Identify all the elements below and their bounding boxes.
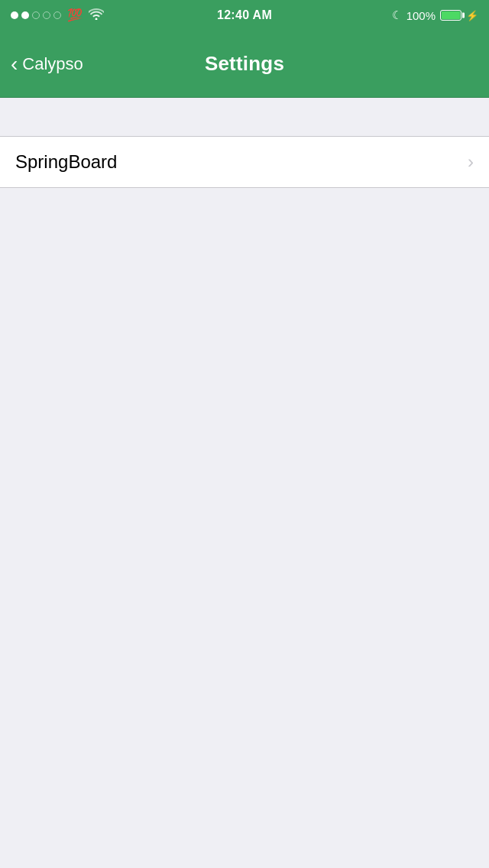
battery-indicator [440, 10, 461, 21]
status-time: 12:40 AM [217, 8, 272, 22]
status-right: ☾ 100% ⚡ [392, 8, 478, 22]
signal-dot-5 [53, 11, 61, 19]
settings-table: SpringBoard › [0, 136, 489, 188]
back-label: Calypso [22, 54, 83, 74]
signal-dots [11, 11, 61, 19]
signal-dot-4 [43, 11, 50, 19]
battery-body [440, 10, 461, 21]
signal-dot-1 [11, 11, 18, 19]
emoji-100-icon: 💯 [67, 9, 83, 21]
section-spacer [0, 98, 489, 136]
content-area: SpringBoard › [0, 98, 489, 799]
nav-title: Settings [205, 52, 284, 76]
back-button[interactable]: ‹ Calypso [11, 53, 83, 75]
row-chevron-icon: › [468, 151, 474, 173]
nav-bar: ‹ Calypso Settings [0, 31, 489, 98]
status-bar: 💯 12:40 AM ☾ 100% ⚡ [0, 0, 489, 31]
bolt-icon: ⚡ [466, 10, 478, 21]
springboard-label: SpringBoard [15, 151, 117, 173]
battery-percent: 100% [406, 9, 436, 22]
signal-dot-3 [32, 11, 40, 19]
wifi-icon [89, 8, 104, 23]
springboard-row[interactable]: SpringBoard › [0, 137, 489, 187]
status-left: 💯 [11, 8, 104, 23]
battery-fill [442, 11, 460, 19]
signal-dot-2 [21, 11, 29, 19]
back-chevron-icon: ‹ [11, 53, 18, 75]
moon-icon: ☾ [392, 8, 402, 22]
bottom-content [0, 188, 489, 799]
